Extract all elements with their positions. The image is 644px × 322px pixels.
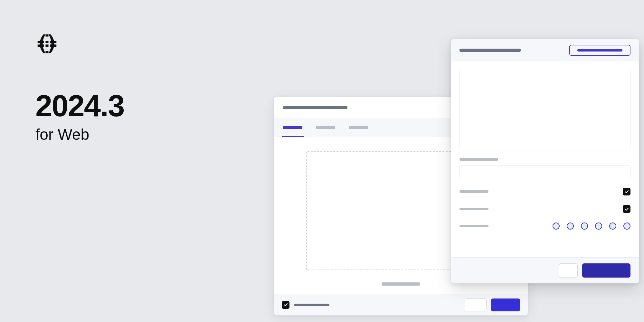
tab-3[interactable]: [349, 126, 368, 129]
color-option-5[interactable]: [609, 223, 616, 230]
version-subtitle: for Web: [35, 126, 124, 143]
color-option-4[interactable]: [595, 223, 602, 230]
tab-2[interactable]: [316, 126, 335, 129]
svg-rect-4: [46, 41, 49, 43]
option-2-checkbox[interactable]: [623, 205, 630, 213]
color-options: [553, 223, 630, 230]
front-cancel-button[interactable]: [559, 263, 578, 278]
header-badge[interactable]: [569, 45, 630, 56]
field-label: [459, 158, 498, 161]
version-title: 2024.3: [35, 91, 124, 121]
back-confirm-button[interactable]: [491, 298, 520, 311]
text-input[interactable]: [459, 165, 630, 178]
globe-icon: [35, 32, 59, 55]
color-option-3[interactable]: [581, 223, 588, 230]
svg-rect-3: [50, 44, 56, 47]
option-1-label: [459, 190, 488, 193]
check-icon: [283, 302, 288, 307]
check-icon: [624, 207, 629, 212]
dropzone-caption: [382, 282, 420, 286]
front-window: [451, 39, 639, 283]
dropzone[interactable]: [306, 151, 458, 270]
footer-checkbox[interactable]: [282, 301, 289, 309]
field-label-row: [459, 158, 630, 161]
option-row-1: [459, 188, 630, 195]
svg-rect-1: [50, 41, 56, 43]
front-window-footer: [451, 257, 639, 283]
front-window-header: [451, 39, 639, 62]
front-window-body: [451, 62, 639, 257]
tab-1[interactable]: [283, 126, 302, 129]
color-row: [459, 223, 630, 230]
front-window-title: [459, 49, 521, 52]
color-label: [459, 225, 488, 227]
header-badge-label: [577, 49, 622, 52]
preview-area: [459, 70, 630, 150]
option-row-2: [459, 205, 630, 213]
option-2-label: [459, 208, 488, 210]
option-1-checkbox[interactable]: [623, 188, 630, 195]
back-cancel-button[interactable]: [465, 298, 487, 311]
color-option-1[interactable]: [553, 223, 560, 230]
svg-rect-0: [38, 41, 44, 43]
footer-checkbox-label: [294, 304, 329, 306]
color-option-2[interactable]: [567, 223, 574, 230]
back-window-title: [283, 106, 347, 109]
front-confirm-button[interactable]: [582, 263, 630, 278]
check-icon: [624, 189, 629, 194]
color-option-6[interactable]: [623, 223, 630, 230]
svg-rect-2: [38, 44, 44, 47]
hero: 2024.3 for Web: [35, 32, 124, 143]
svg-rect-5: [46, 44, 49, 47]
back-window-footer: [274, 294, 528, 315]
